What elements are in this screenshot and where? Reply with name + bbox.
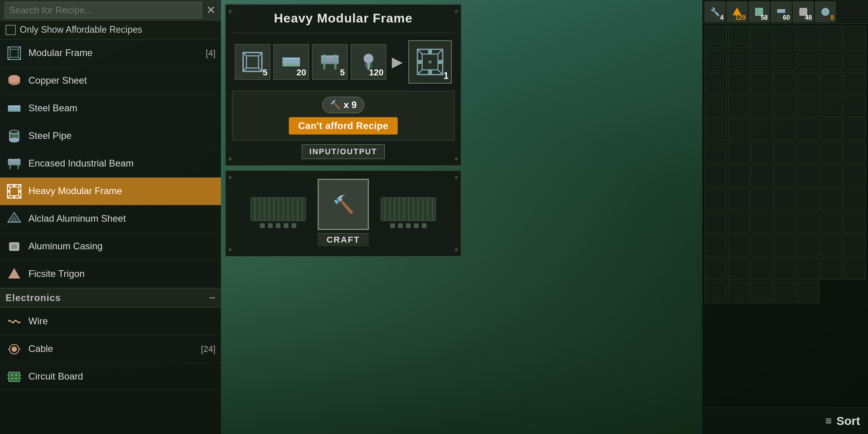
- grid-cell[interactable]: [844, 234, 866, 256]
- grid-cell[interactable]: [797, 26, 819, 48]
- recipe-item-steel-pipe[interactable]: Steel Pipe: [0, 122, 221, 150]
- grid-cell[interactable]: [774, 234, 796, 256]
- recipe-item-wire[interactable]: Wire: [0, 308, 221, 335]
- grid-cell[interactable]: [797, 142, 819, 164]
- grid-cell[interactable]: [751, 95, 773, 118]
- grid-cell[interactable]: [728, 72, 750, 94]
- affordable-checkbox[interactable]: [6, 25, 16, 35]
- grid-cell[interactable]: [728, 142, 750, 164]
- sort-label[interactable]: Sort: [836, 414, 860, 428]
- grid-cell[interactable]: [751, 119, 773, 141]
- recipe-item-steel-beam[interactable]: Steel Beam: [0, 95, 221, 122]
- grid-cell[interactable]: [797, 95, 819, 118]
- grid-cell[interactable]: [751, 258, 773, 280]
- recipe-item-cable[interactable]: Cable [24]: [0, 335, 221, 363]
- grid-cell[interactable]: [844, 142, 866, 164]
- recipe-item-heavy-modular-frame[interactable]: Heavy Modular Frame: [0, 178, 221, 205]
- grid-cell[interactable]: [705, 281, 727, 303]
- grid-cell[interactable]: [774, 95, 796, 118]
- grid-cell[interactable]: [728, 95, 750, 118]
- grid-cell[interactable]: [728, 188, 750, 210]
- grid-cell[interactable]: [728, 49, 750, 71]
- grid-cell[interactable]: [774, 142, 796, 164]
- grid-cell[interactable]: [797, 281, 819, 303]
- grid-cell[interactable]: [774, 188, 796, 210]
- grid-cell[interactable]: [844, 188, 866, 210]
- inv-slot-4[interactable]: 48: [793, 2, 814, 22]
- inv-slot-5[interactable]: 8: [815, 2, 836, 22]
- grid-cell[interactable]: [821, 26, 843, 48]
- grid-cell[interactable]: [821, 165, 843, 187]
- grid-cell[interactable]: [821, 95, 843, 118]
- search-close-icon[interactable]: ✕: [205, 4, 216, 17]
- grid-cell[interactable]: [705, 49, 727, 71]
- recipe-item-modular-frame[interactable]: Modular Frame [4]: [0, 39, 221, 67]
- grid-cell[interactable]: [705, 95, 727, 118]
- grid-cell[interactable]: [705, 165, 727, 187]
- grid-cell[interactable]: [821, 119, 843, 141]
- grid-cell[interactable]: [705, 26, 727, 48]
- grid-cell[interactable]: [774, 258, 796, 280]
- grid-cell[interactable]: [774, 281, 796, 303]
- recipe-item-ficsite[interactable]: Ficsite Trigon: [0, 260, 221, 288]
- grid-cell[interactable]: [774, 49, 796, 71]
- grid-cell[interactable]: [705, 211, 727, 234]
- grid-cell[interactable]: [797, 119, 819, 141]
- grid-cell[interactable]: [821, 49, 843, 71]
- grid-cell[interactable]: [821, 72, 843, 94]
- grid-cell[interactable]: [774, 119, 796, 141]
- electronics-toggle-icon[interactable]: −: [209, 292, 215, 304]
- grid-cell[interactable]: [797, 234, 819, 256]
- grid-cell[interactable]: [751, 49, 773, 71]
- grid-cell[interactable]: [751, 188, 773, 210]
- grid-cell[interactable]: [797, 72, 819, 94]
- inv-slot-1[interactable]: 129: [727, 2, 747, 22]
- grid-cell[interactable]: [844, 119, 866, 141]
- search-input[interactable]: [5, 2, 202, 19]
- grid-cell[interactable]: [797, 211, 819, 234]
- grid-cell[interactable]: [705, 258, 727, 280]
- grid-cell[interactable]: [705, 119, 727, 141]
- grid-cell[interactable]: [728, 26, 750, 48]
- grid-cell[interactable]: [751, 211, 773, 234]
- grid-cell[interactable]: [844, 95, 866, 118]
- inv-slot-2[interactable]: 58: [749, 2, 769, 22]
- cant-afford-button[interactable]: Can't afford Recipe: [289, 117, 398, 135]
- grid-cell[interactable]: [705, 72, 727, 94]
- grid-cell[interactable]: [844, 258, 866, 280]
- grid-cell[interactable]: [728, 281, 750, 303]
- recipe-item-circuit-board[interactable]: Circuit Board: [0, 363, 221, 391]
- input-output-button[interactable]: INPUT/OUTPUT: [302, 144, 385, 159]
- recipe-item-encased-beam[interactable]: Encased Industrial Beam: [0, 150, 221, 178]
- grid-cell[interactable]: [774, 26, 796, 48]
- recipe-item-copper-sheet[interactable]: Copper Sheet: [0, 67, 221, 95]
- grid-cell[interactable]: [728, 119, 750, 141]
- grid-cell[interactable]: [751, 165, 773, 187]
- grid-cell[interactable]: [821, 258, 843, 280]
- grid-cell[interactable]: [774, 165, 796, 187]
- grid-cell[interactable]: [728, 258, 750, 280]
- grid-cell[interactable]: [797, 165, 819, 187]
- grid-cell[interactable]: [821, 234, 843, 256]
- grid-cell[interactable]: [821, 211, 843, 234]
- grid-cell[interactable]: [705, 142, 727, 164]
- inv-slot-0[interactable]: 🔧 4: [705, 2, 725, 22]
- grid-cell[interactable]: [844, 211, 866, 234]
- recipe-item-aluminum-casing[interactable]: Aluminum Casing: [0, 233, 221, 260]
- grid-cell[interactable]: [705, 234, 727, 256]
- recipe-item-alclad[interactable]: Alclad Aluminum Sheet: [0, 205, 221, 233]
- grid-cell[interactable]: [774, 211, 796, 234]
- grid-cell[interactable]: [844, 49, 866, 71]
- grid-cell[interactable]: [797, 188, 819, 210]
- grid-cell[interactable]: [844, 165, 866, 187]
- grid-cell[interactable]: [821, 188, 843, 210]
- grid-cell[interactable]: [728, 165, 750, 187]
- grid-cell[interactable]: [844, 26, 866, 48]
- craft-button[interactable]: 🔨: [318, 179, 369, 230]
- grid-cell[interactable]: [705, 188, 727, 210]
- grid-cell[interactable]: [728, 211, 750, 234]
- grid-cell[interactable]: [797, 258, 819, 280]
- inv-slot-3[interactable]: 60: [771, 2, 791, 22]
- grid-cell[interactable]: [751, 281, 773, 303]
- grid-cell[interactable]: [797, 49, 819, 71]
